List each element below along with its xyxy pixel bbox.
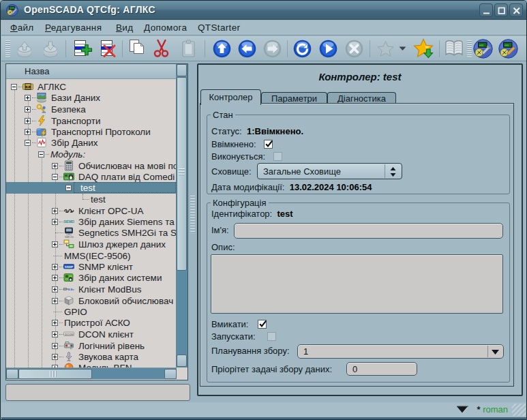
svg-text:HSI: HSI [505,44,509,47]
svg-text:DCON: DCON [65,333,73,336]
svg-text:SNMP: SNMP [65,265,74,269]
svg-text:SIEMENS: SIEMENS [64,220,75,224]
svg-text:HSI: HSI [479,44,483,47]
svg-text:SMH 2Gi: SMH 2Gi [65,236,74,239]
svg-text:M-Bus: M-Bus [68,288,75,291]
